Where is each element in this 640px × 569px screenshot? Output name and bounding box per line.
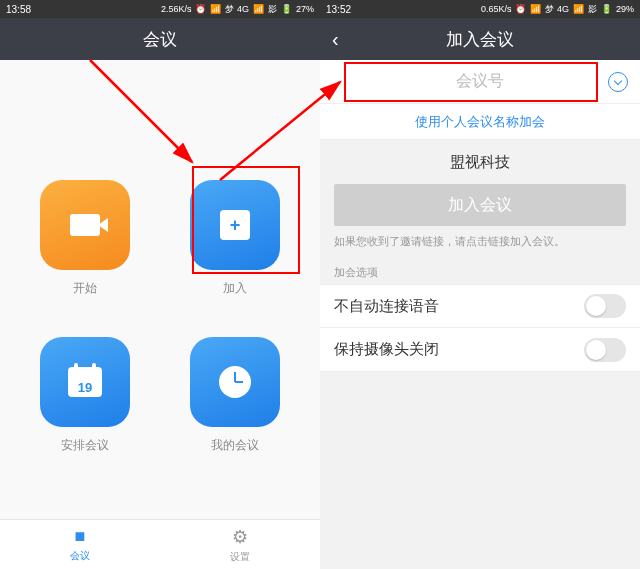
nav-bar: 会议	[0, 18, 320, 60]
chevron-down-icon	[614, 76, 622, 84]
display-name: 盟视科技	[320, 140, 640, 184]
signal-icon: 📶	[573, 4, 584, 14]
schedule-meeting-button[interactable]: 19 安排会议	[40, 337, 130, 454]
join-form: 会议号 使用个人会议名称加会 盟视科技 加入会议 如果您收到了邀请链接，请点击链…	[320, 60, 640, 569]
dropdown-button[interactable]	[608, 72, 628, 92]
meeting-id-input[interactable]: 会议号	[320, 60, 640, 104]
battery-icon: 🔋	[281, 4, 292, 14]
left-screen: 13:58 2.56K/s ⏰ 📶 梦 4G 📶 影 🔋 27% 会议 开始	[0, 0, 320, 569]
my-meetings-button[interactable]: 我的会议	[190, 337, 280, 454]
toggle-audio[interactable]: 不自动连接语音	[320, 284, 640, 328]
alarm-icon: ⏰	[515, 4, 526, 14]
right-screen: 13:52 0.65K/s ⏰ 📶 梦 4G 📶 影 🔋 29% ‹ 加入会议 …	[320, 0, 640, 569]
back-button[interactable]: ‹	[332, 28, 339, 51]
plus-icon: +	[220, 210, 250, 240]
status-time: 13:58	[6, 4, 31, 15]
switch[interactable]	[584, 338, 626, 362]
battery-icon: 🔋	[601, 4, 612, 14]
hint-text: 如果您收到了邀请链接，请点击链接加入会议。	[320, 226, 640, 257]
options-label: 加会选项	[320, 257, 640, 284]
signal-icon: 📶	[530, 4, 541, 14]
personal-meeting-link[interactable]: 使用个人会议名称加会	[320, 104, 640, 140]
status-bar: 13:58 2.56K/s ⏰ 📶 梦 4G 📶 影 🔋 27%	[0, 0, 320, 18]
switch[interactable]	[584, 294, 626, 318]
status-time: 13:52	[326, 4, 351, 15]
clock-icon	[219, 366, 251, 398]
nav-bar: ‹ 加入会议	[320, 18, 640, 60]
alarm-icon: ⏰	[195, 4, 206, 14]
bottom-tab-bar: ■ 会议 ⚙ 设置	[0, 519, 320, 569]
signal-icon: 📶	[210, 4, 221, 14]
page-title: 会议	[143, 28, 177, 51]
camera-icon: ■	[75, 526, 86, 547]
join-meeting-button[interactable]: + 加入	[190, 180, 280, 297]
gear-icon: ⚙	[232, 526, 248, 548]
join-button[interactable]: 加入会议	[334, 184, 626, 226]
meeting-grid: 开始 + 加入 19 安排会议 我的会议	[0, 60, 320, 519]
status-speed: 2.56K/s	[161, 4, 192, 14]
page-title: 加入会议	[446, 28, 514, 51]
toggle-camera[interactable]: 保持摄像头关闭	[320, 328, 640, 372]
camera-icon	[70, 214, 100, 236]
status-speed: 0.65K/s	[481, 4, 512, 14]
start-meeting-button[interactable]: 开始	[40, 180, 130, 297]
tab-meeting[interactable]: ■ 会议	[0, 520, 160, 569]
status-bar: 13:52 0.65K/s ⏰ 📶 梦 4G 📶 影 🔋 29%	[320, 0, 640, 18]
signal-icon: 📶	[253, 4, 264, 14]
tab-settings[interactable]: ⚙ 设置	[160, 520, 320, 569]
calendar-icon: 19	[68, 367, 102, 397]
